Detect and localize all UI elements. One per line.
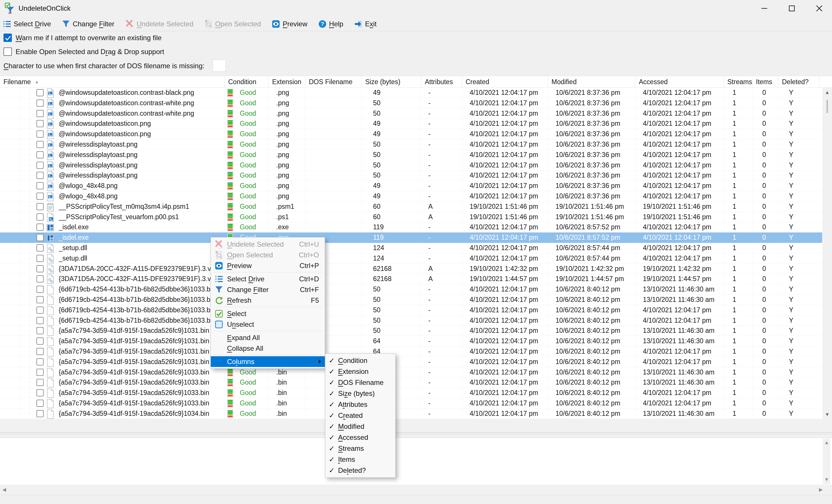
preview-horizontal-scrollbar[interactable]: ◀ ▶ xyxy=(0,485,832,495)
submenu-item-dos-filename[interactable]: ✓DOS Filename xyxy=(326,377,395,388)
table-row[interactable]: {a5a7c794-3d59-41df-915f-19acda526fc9}10… xyxy=(0,336,822,346)
row-checkbox[interactable] xyxy=(36,151,44,158)
row-checkbox[interactable] xyxy=(36,369,44,376)
table-row[interactable]: {a5a7c794-3d59-41df-915f-19acda526fc9}10… xyxy=(0,325,822,336)
splitter-handle[interactable] xyxy=(0,433,832,438)
table-scrollbar-thumb[interactable] xyxy=(827,100,828,113)
table-row[interactable]: {6d6719cb-4254-413b-b71b-6b82d5dbbe36}10… xyxy=(0,305,822,316)
table-row[interactable]: @wirelessdisplaytoast.pngGood.png50-4/10… xyxy=(0,170,822,181)
submenu-item-accessed[interactable]: ✓Accessed xyxy=(326,432,395,443)
table-row[interactable]: __PSScriptPolicyTest_veuarfom.p00.ps1Goo… xyxy=(0,212,822,222)
row-checkbox[interactable] xyxy=(36,120,44,127)
submenu-item-attributes[interactable]: ✓Attributes xyxy=(326,399,395,410)
row-checkbox[interactable] xyxy=(36,89,44,96)
row-checkbox[interactable] xyxy=(36,275,44,283)
drag-drop-checkbox-row[interactable]: Enable Open Selected and Drag & Drop sup… xyxy=(3,47,164,56)
table-row[interactable]: @windowsupdatetoasticon.pngGood.png49-4/… xyxy=(0,129,822,139)
toolbar-preview-button[interactable]: Preview xyxy=(272,20,307,28)
row-checkbox[interactable] xyxy=(36,182,44,189)
maximize-button[interactable] xyxy=(779,0,805,17)
row-checkbox[interactable] xyxy=(36,130,44,138)
row-checkbox[interactable] xyxy=(36,141,44,148)
row-checkbox[interactable] xyxy=(36,100,44,107)
table-row[interactable]: @windowsupdatetoasticon.contrast-white.p… xyxy=(0,108,822,119)
row-checkbox[interactable] xyxy=(36,172,44,179)
row-checkbox[interactable] xyxy=(36,244,44,251)
menu-item-columns[interactable]: Columns xyxy=(211,356,325,367)
table-row[interactable]: _isdel.exeGood.exe119-4/10/2021 12:04:17… xyxy=(0,222,822,233)
menu-item-preview[interactable]: PreviewCtrl+P xyxy=(211,260,325,271)
row-checkbox[interactable] xyxy=(36,255,44,262)
row-checkbox[interactable] xyxy=(36,162,44,169)
row-checkbox[interactable] xyxy=(36,317,44,324)
row-checkbox[interactable] xyxy=(36,400,44,407)
warn-overwrite-checkbox-row[interactable]: Warn me if I attempt to overwrite an exi… xyxy=(3,33,162,42)
row-checkbox[interactable] xyxy=(36,286,44,293)
column-header-modified[interactable]: Modified xyxy=(548,76,635,88)
row-checkbox[interactable] xyxy=(36,327,44,334)
row-checkbox[interactable] xyxy=(36,296,44,303)
row-checkbox[interactable] xyxy=(36,358,44,366)
row-checkbox[interactable] xyxy=(36,234,44,241)
table-row[interactable]: {a5a7c794-3d59-41df-915f-19acda526fc9}10… xyxy=(0,377,822,388)
table-row[interactable]: {3DA71D5A-20CC-432F-A115-DFE92379E91F}.3… xyxy=(0,274,822,284)
toolbar-change-filter-button[interactable]: Change Filter xyxy=(62,20,114,28)
table-row[interactable]: __PSScriptPolicyTest_m0mq3sm4.i4p.psm1Go… xyxy=(0,202,822,212)
table-row[interactable]: _setup.dllGood.dll124-4/10/2021 12:04:17… xyxy=(0,243,822,253)
table-row[interactable]: {a5a7c794-3d59-41df-915f-19acda526fc9}10… xyxy=(0,346,822,357)
toolbar-help-button[interactable]: ?Help xyxy=(318,20,343,28)
column-header-deleted-[interactable]: Deleted? xyxy=(779,76,819,88)
row-checkbox[interactable] xyxy=(36,213,44,221)
column-header-condition[interactable]: Condition xyxy=(225,76,269,88)
table-row[interactable]: @windowsupdatetoasticon.pngGood.png49-4/… xyxy=(0,118,822,129)
table-row[interactable]: {a5a7c794-3d59-41df-915f-19acda526fc9}10… xyxy=(0,357,822,367)
column-header-items[interactable]: Items xyxy=(752,76,779,88)
toolbar-select-drive-button[interactable]: Select Drive xyxy=(3,20,51,28)
table-row[interactable]: _isdel.exeGood.exe119-4/10/2021 12:04:17… xyxy=(0,233,822,243)
table-row[interactable]: {3DA71D5A-20CC-432F-A115-DFE92379E91F}.3… xyxy=(0,264,822,274)
preview-scroll-down-icon[interactable]: ▼ xyxy=(824,477,829,482)
row-checkbox[interactable] xyxy=(36,223,44,231)
warn-overwrite-checkbox[interactable] xyxy=(3,33,12,42)
dos-char-input[interactable] xyxy=(212,59,226,72)
table-row[interactable]: {a5a7c794-3d59-41df-915f-19acda526fc9}10… xyxy=(0,398,822,408)
submenu-item-condition[interactable]: ✓Condition xyxy=(326,355,395,366)
close-button[interactable] xyxy=(806,0,832,17)
column-header-attributes[interactable]: Attributes xyxy=(421,76,462,88)
scroll-up-icon[interactable]: ▲ xyxy=(825,90,830,95)
row-checkbox[interactable] xyxy=(36,410,44,417)
table-horizontal-scrollbar[interactable] xyxy=(0,419,832,432)
table-row[interactable]: @windowsupdatetoasticon.contrast-black.p… xyxy=(0,88,822,98)
menu-item-change-filter[interactable]: Change FilterCtrl+F xyxy=(211,284,325,295)
menu-item-undelete-selected[interactable]: Undelete SelectedCtrl+U xyxy=(211,239,325,249)
column-header-size-bytes-[interactable]: Size (bytes) xyxy=(362,76,421,88)
column-header-extension[interactable]: Extension xyxy=(269,76,305,88)
row-checkbox[interactable] xyxy=(36,265,44,272)
submenu-item-extension[interactable]: ✓Extension xyxy=(326,366,395,377)
submenu-item-size-bytes-[interactable]: ✓Size (bytes) xyxy=(326,388,395,399)
submenu-item-modified[interactable]: ✓Modified xyxy=(326,421,395,432)
toolbar-undelete-selected-button[interactable]: Undelete Selected xyxy=(125,20,193,28)
table-row[interactable]: {6d6719cb-4254-413b-b71b-6b82d5dbbe36}10… xyxy=(0,316,822,326)
menu-item-select[interactable]: Select xyxy=(211,308,325,319)
table-row[interactable]: _setup.dllGood.dll124-4/10/2021 12:04:17… xyxy=(0,253,822,264)
menu-item-unselect[interactable]: Unselect xyxy=(211,319,325,329)
submenu-item-created[interactable]: ✓Created xyxy=(326,410,395,421)
table-row[interactable]: {6d6719cb-4254-413b-b71b-6b82d5dbbe36}10… xyxy=(0,284,822,295)
row-checkbox[interactable] xyxy=(36,192,44,200)
menu-item-expand-all[interactable]: Expand All xyxy=(211,332,325,343)
table-row[interactable]: {a5a7c794-3d59-41df-915f-19acda526fc9}10… xyxy=(0,388,822,398)
table-row[interactable]: {a5a7c794-3d59-41df-915f-19acda526fc9}10… xyxy=(0,367,822,378)
submenu-item-items[interactable]: ✓Items xyxy=(326,454,395,465)
row-checkbox[interactable] xyxy=(36,379,44,386)
table-vertical-scrollbar[interactable]: ▲ ▼ xyxy=(823,88,832,419)
table-row[interactable]: @windowsupdatetoasticon.contrast-white.p… xyxy=(0,98,822,108)
table-row[interactable]: {a5a7c794-3d59-41df-915f-19acda526fc9}10… xyxy=(0,408,822,419)
row-checkbox[interactable] xyxy=(36,307,44,314)
row-checkbox[interactable] xyxy=(36,203,44,210)
table-row[interactable]: {6d6719cb-4254-413b-b71b-6b82d5dbbe36}10… xyxy=(0,295,822,305)
table-row[interactable]: @wlogo_48x48.pngGood.png49-4/10/2021 12:… xyxy=(0,181,822,191)
column-header-filename[interactable]: Filename▲ xyxy=(0,76,225,88)
preview-scroll-left-icon[interactable]: ◀ xyxy=(2,487,6,492)
row-checkbox[interactable] xyxy=(36,389,44,396)
